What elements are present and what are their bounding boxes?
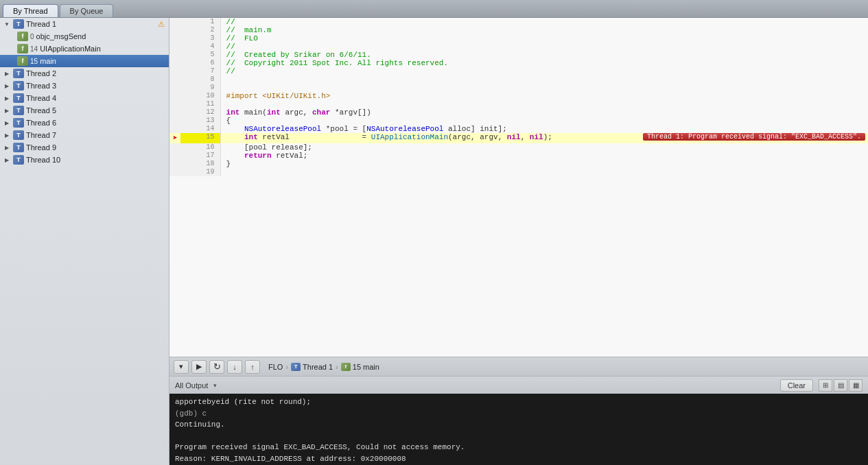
frame-14-uiapp[interactable]: 14 UIApplicationMain bbox=[0, 43, 169, 55]
console-line-4 bbox=[175, 431, 863, 442]
code-line-19: 19 bbox=[169, 168, 868, 176]
expand-arrow-t9[interactable] bbox=[3, 143, 11, 152]
frame-breadcrumb-icon bbox=[341, 363, 351, 371]
arrow-gutter-1 bbox=[169, 18, 180, 26]
expand-arrow-t3[interactable] bbox=[3, 82, 11, 90]
bottom-toolbar: ▾ ▶ ↻ ↓ ↑ FLO › Thread 1 › 15 main bbox=[169, 357, 868, 376]
line-content-10: #import <UIKit/UIKit.h> bbox=[220, 92, 868, 100]
thread-item-1[interactable]: Thread 1 bbox=[0, 18, 169, 30]
toolbar-up-btn[interactable]: ↑ bbox=[245, 360, 260, 374]
console-view-btn-1[interactable]: ⊞ bbox=[819, 379, 832, 392]
code-line-4: 4 // bbox=[169, 43, 868, 51]
expand-arrow-t5[interactable] bbox=[3, 106, 11, 115]
thread-item-3[interactable]: Thread 3 bbox=[0, 80, 169, 92]
console-output[interactable]: apportebyeid (rite not round); (gdb) c C… bbox=[169, 394, 868, 465]
arrow-gutter-16 bbox=[169, 143, 180, 152]
thread-label-t9: Thread 9 bbox=[26, 143, 166, 152]
frame-15-main[interactable]: 15 main bbox=[0, 55, 169, 67]
code-line-2: 2 // main.m bbox=[169, 26, 868, 34]
thread-item-4[interactable]: Thread 4 bbox=[0, 92, 169, 104]
line-num-18: 18 bbox=[180, 160, 220, 168]
tab-by-queue[interactable]: By Queue bbox=[60, 4, 114, 17]
thread-icon-t9 bbox=[13, 143, 24, 152]
breadcrumb-project[interactable]: FLO bbox=[268, 363, 283, 371]
thread-icon-t5 bbox=[13, 106, 24, 115]
toolbar-play-btn[interactable]: ▶ bbox=[191, 360, 207, 374]
expand-arrow-t6[interactable] bbox=[3, 119, 11, 127]
clear-button[interactable]: Clear bbox=[780, 379, 813, 392]
expand-arrow-t10[interactable] bbox=[3, 156, 11, 164]
frame-icon-0 bbox=[17, 32, 28, 41]
line-content-15: int retVal = UIApplicationMain(argc, arg… bbox=[220, 133, 868, 143]
line-num-1: 1 bbox=[180, 18, 220, 26]
line-content-19 bbox=[220, 168, 868, 176]
arrow-gutter-5 bbox=[169, 51, 180, 59]
arrow-gutter-13 bbox=[169, 117, 180, 125]
thread-label-t7: Thread 7 bbox=[26, 131, 166, 139]
code-line-7: 7 // bbox=[169, 67, 868, 75]
error-annotation: Thread 1: Program received signal: "EXC_… bbox=[643, 133, 865, 141]
arrow-gutter-10 bbox=[169, 92, 180, 100]
thread-label-t10: Thread 10 bbox=[26, 156, 166, 164]
arrow-gutter-12 bbox=[169, 108, 180, 117]
code-line-5: 5 // Created by Srikar on 6/6/11. bbox=[169, 51, 868, 59]
thread-item-6[interactable]: Thread 6 bbox=[0, 117, 169, 129]
expand-arrow-t4[interactable] bbox=[3, 94, 11, 102]
console-view-btn-3[interactable]: ▦ bbox=[849, 379, 863, 392]
console-view-btn-2[interactable]: ▤ bbox=[834, 379, 847, 392]
thread-item-2[interactable]: Thread 2 bbox=[0, 67, 169, 80]
expand-arrow-t1[interactable] bbox=[3, 20, 11, 28]
frame-num-0: 0 bbox=[30, 33, 34, 40]
frame-0-objc[interactable]: 0 objc_msgSend bbox=[0, 30, 169, 43]
breadcrumb-sep-1: › bbox=[285, 363, 288, 371]
line-num-13: 13 bbox=[180, 117, 220, 125]
code-line-3: 3 // FLO bbox=[169, 34, 868, 43]
line-num-9: 9 bbox=[180, 84, 220, 92]
expand-arrow-t7[interactable] bbox=[3, 131, 11, 139]
thread-icon-t3 bbox=[13, 81, 24, 91]
thread-icon-t7 bbox=[13, 130, 24, 140]
expand-arrow-t2[interactable] bbox=[3, 69, 11, 78]
breadcrumb-frame[interactable]: 15 main bbox=[341, 363, 379, 371]
line-num-5: 5 bbox=[180, 51, 220, 59]
line-num-19: 19 bbox=[180, 168, 220, 176]
code-table: 1 // 2 // main.m 3 // FLO 4 // bbox=[169, 18, 868, 176]
console-view-buttons: ⊞ ▤ ▦ bbox=[819, 379, 863, 392]
thread-item-5[interactable]: Thread 5 bbox=[0, 104, 169, 117]
line-content-16: [pool release]; bbox=[220, 143, 868, 152]
arrow-gutter-9 bbox=[169, 84, 180, 92]
console-line-1: apportebyeid (rite not round); bbox=[175, 396, 863, 408]
code-editor[interactable]: 1 // 2 // main.m 3 // FLO 4 // bbox=[169, 18, 868, 357]
frame-icon-15 bbox=[17, 56, 28, 66]
line-content-11 bbox=[220, 100, 868, 108]
code-line-10: 10 #import <UIKit/UIKit.h> bbox=[169, 92, 868, 100]
breadcrumb-thread[interactable]: Thread 1 bbox=[291, 363, 333, 371]
line-num-3: 3 bbox=[180, 34, 220, 43]
frame-icon-14 bbox=[17, 44, 28, 53]
toolbar-dropdown-btn[interactable]: ▾ bbox=[174, 360, 189, 374]
line-num-14: 14 bbox=[180, 125, 220, 133]
tab-by-thread[interactable]: By Thread bbox=[3, 4, 58, 17]
code-line-18: 18 } bbox=[169, 160, 868, 168]
console-dropdown-arrow[interactable]: ▾ bbox=[213, 382, 217, 389]
thread-item-7[interactable]: Thread 7 bbox=[0, 129, 169, 141]
line-num-10: 10 bbox=[180, 92, 220, 100]
line-content-8 bbox=[220, 75, 868, 84]
line-content-9 bbox=[220, 84, 868, 92]
toolbar-step-btn[interactable]: ↻ bbox=[209, 360, 224, 374]
thread-item-10[interactable]: Thread 10 bbox=[0, 154, 169, 166]
thread-item-9[interactable]: Thread 9 bbox=[0, 141, 169, 154]
arrow-gutter-15: ➤ bbox=[169, 133, 180, 143]
thread-icon-t1 bbox=[13, 19, 24, 29]
breadcrumb-frame-label: 15 main bbox=[353, 363, 379, 371]
arrow-gutter-19 bbox=[169, 168, 180, 176]
console-area: All Output ▾ Clear ⊞ ▤ ▦ apportebyeid (r… bbox=[169, 376, 868, 465]
arrow-gutter-2 bbox=[169, 26, 180, 34]
code-line-14: 14 NSAutoreleasePool *pool = [NSAutorele… bbox=[169, 125, 868, 133]
thread-icon-t2 bbox=[13, 69, 24, 78]
toolbar-down-btn[interactable]: ↓ bbox=[227, 360, 242, 374]
thread-label-t3: Thread 3 bbox=[26, 82, 166, 90]
frame-label-14: UIApplicationMain bbox=[40, 45, 101, 53]
frame-label-0: objc_msgSend bbox=[36, 32, 86, 40]
thread-label-t1: Thread 1 bbox=[26, 20, 156, 28]
